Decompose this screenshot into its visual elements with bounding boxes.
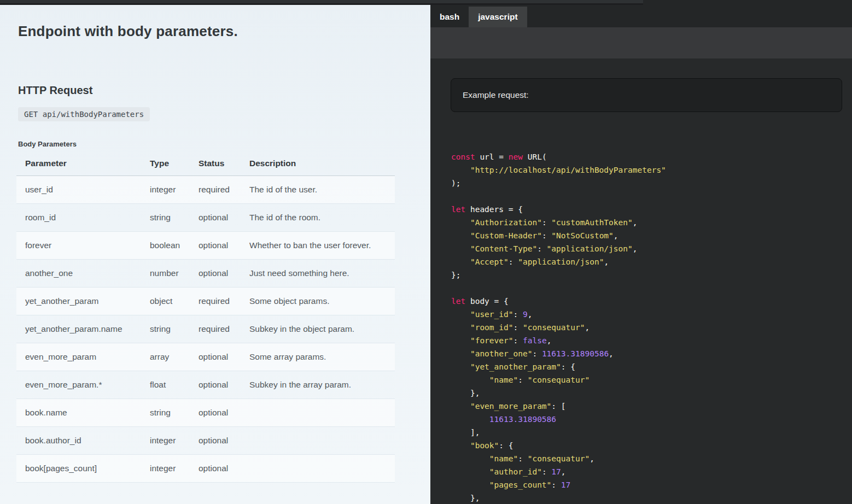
cell-description xyxy=(241,427,395,455)
code-line: }; xyxy=(451,268,666,282)
cell-status: required xyxy=(190,315,241,343)
cell-description: The id of the room. xyxy=(241,204,395,232)
body-params-table-body: user_id integer required The id of the u… xyxy=(16,176,395,483)
http-request-heading: HTTP Request xyxy=(18,84,92,97)
cell-status: optional xyxy=(190,204,241,232)
code-line: ); xyxy=(451,177,666,190)
cell-type: number xyxy=(141,260,190,288)
code-line: "Authorization": "customAuthToken", xyxy=(451,216,666,229)
cell-parameter: book[pages_count] xyxy=(16,455,141,483)
cell-status: optional xyxy=(190,399,241,427)
table-row: forever boolean optional Whether to ban … xyxy=(16,232,395,260)
cell-parameter: forever xyxy=(16,232,141,260)
example-request-box: Example request: xyxy=(451,78,842,112)
cell-parameter: book.author_id xyxy=(16,427,141,455)
docs-panel: Endpoint with body parameters. HTTP Requ… xyxy=(0,0,430,504)
cell-status: optional xyxy=(190,232,241,260)
cell-type: object xyxy=(141,288,190,315)
top-navbar-strip xyxy=(0,0,643,5)
cell-status: optional xyxy=(190,343,241,371)
table-row: yet_another_param.name string required S… xyxy=(16,315,395,343)
cell-type: integer xyxy=(141,455,190,483)
cell-parameter: yet_another_param xyxy=(16,288,141,315)
cell-parameter: even_more_param xyxy=(16,343,141,371)
endpoint-method-badge: GET api/withBodyParameters xyxy=(18,107,150,121)
code-line: "even_more_param": [ xyxy=(451,400,666,413)
cell-status: required xyxy=(190,176,241,204)
table-row: book[pages_count] integer optional xyxy=(16,455,395,483)
code-column-header-band xyxy=(430,27,852,58)
cell-status: optional xyxy=(190,260,241,288)
code-line: ], xyxy=(451,426,666,439)
cell-parameter: yet_another_param.name xyxy=(16,315,141,343)
column-header-status: Status xyxy=(190,154,241,176)
code-line: "name": "consequatur", xyxy=(451,452,666,465)
code-line: 11613.31890586 xyxy=(451,413,666,426)
code-line: "Content-Type": "application/json", xyxy=(451,242,666,255)
cell-type: string xyxy=(141,204,190,232)
code-line: "Accept": "application/json", xyxy=(451,255,666,268)
code-line: "pages_count": 17 xyxy=(451,478,666,491)
cell-description: Some object params. xyxy=(241,288,395,315)
cell-status: optional xyxy=(190,371,241,399)
code-line: "http://localhost/api/withBodyParameters… xyxy=(451,163,666,177)
body-parameters-label: Body Parameters xyxy=(18,140,77,148)
cell-type: float xyxy=(141,371,190,399)
cell-type: integer xyxy=(141,427,190,455)
cell-type: integer xyxy=(141,176,190,204)
code-line: let body = { xyxy=(451,295,666,308)
cell-description xyxy=(241,455,395,483)
cell-type: string xyxy=(141,399,190,427)
cell-description xyxy=(241,399,395,427)
column-header-type: Type xyxy=(141,154,190,176)
body-params-table: Parameter Type Status Description user_i… xyxy=(16,154,395,483)
cell-parameter: user_id xyxy=(16,176,141,204)
tab-javascript[interactable]: javascript xyxy=(469,7,527,27)
table-row: book.author_id integer optional xyxy=(16,427,395,455)
code-line xyxy=(451,282,666,295)
table-row: room_id string optional The id of the ro… xyxy=(16,204,395,232)
cell-description: Whether to ban the user forever. xyxy=(241,232,395,260)
code-line: "name": "consequatur" xyxy=(451,373,666,386)
code-line xyxy=(451,190,666,203)
example-request-label: Example request: xyxy=(463,90,529,100)
cell-description: Subkey in the object param. xyxy=(241,315,395,343)
cell-parameter: room_id xyxy=(16,204,141,232)
cell-parameter: another_one xyxy=(16,260,141,288)
cell-status: optional xyxy=(190,455,241,483)
cell-type: string xyxy=(141,315,190,343)
code-panel: bash javascript Example request: const u… xyxy=(430,0,852,504)
code-line: "Custom-Header": "NotSoCustom", xyxy=(451,229,666,242)
code-line: "book": { xyxy=(451,439,666,452)
cell-description: Just need something here. xyxy=(241,260,395,288)
table-row: even_more_param.* float optional Subkey … xyxy=(16,371,395,399)
table-row: user_id integer required The id of the u… xyxy=(16,176,395,204)
code-line: "yet_another_param": { xyxy=(451,360,666,373)
table-row: even_more_param array optional Some arra… xyxy=(16,343,395,371)
code-line: let headers = { xyxy=(451,203,666,216)
code-line: "room_id": "consequatur", xyxy=(451,321,666,334)
cell-description: Subkey in the array param. xyxy=(241,371,395,399)
code-line: const url = new URL( xyxy=(451,150,666,163)
code-line: "forever": false, xyxy=(451,334,666,347)
table-header-row: Parameter Type Status Description xyxy=(16,154,395,176)
cell-parameter: book.name xyxy=(16,399,141,427)
code-line: "user_id": 9, xyxy=(451,308,666,321)
cell-type: boolean xyxy=(141,232,190,260)
code-line: "author_id": 17, xyxy=(451,465,666,478)
code-block: const url = new URL( "http://localhost/a… xyxy=(451,150,666,504)
column-header-description: Description xyxy=(241,154,395,176)
code-line: }, xyxy=(451,386,666,400)
table-row: book.name string optional xyxy=(16,399,395,427)
column-header-parameter: Parameter xyxy=(16,154,141,176)
code-line: "another_one": 11613.31890586, xyxy=(451,347,666,360)
table-row: yet_another_param object required Some o… xyxy=(16,288,395,315)
cell-type: array xyxy=(141,343,190,371)
cell-description: Some array params. xyxy=(241,343,395,371)
page-title: Endpoint with body parameters. xyxy=(18,23,238,40)
cell-status: optional xyxy=(190,427,241,455)
cell-description: The id of the user. xyxy=(241,176,395,204)
cell-parameter: even_more_param.* xyxy=(16,371,141,399)
code-line: }, xyxy=(451,491,666,504)
tab-bash[interactable]: bash xyxy=(430,7,469,27)
